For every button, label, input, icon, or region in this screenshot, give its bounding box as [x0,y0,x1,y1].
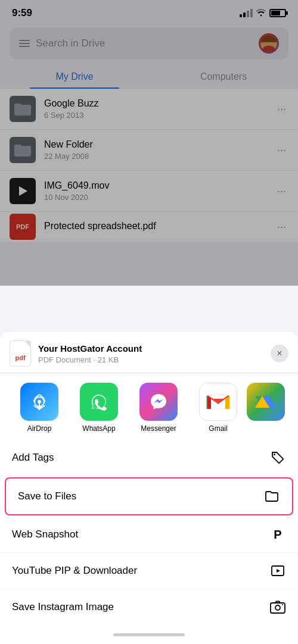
tag-icon [269,449,286,466]
share-close-button[interactable]: × [271,345,288,362]
action-item-save-to-files-wrapper: Save to Files [5,477,293,515]
app-item-messenger[interactable]: Messenger [129,383,188,433]
camera-icon [269,599,286,615]
action-label: Add Tags [12,452,54,464]
share-sheet: pdf Your HostGator Account PDF Document … [0,332,298,644]
whatsapp-icon [80,383,118,421]
action-item-save-instagram[interactable]: Save Instagram Image [0,589,298,625]
share-file-icon: pdf [10,340,31,367]
action-label: YouTube PIP & Downloader [12,565,137,577]
dimmed-overlay [0,0,298,286]
app-item-gmail[interactable]: Gmail [188,383,248,433]
action-label: Save to Files [18,490,76,502]
action-list: Add Tags Save to Files Web Snapsh [0,440,298,625]
messenger-icon [139,383,178,421]
action-label: Save Instagram Image [12,601,114,613]
svg-point-7 [274,454,275,455]
app-item-drive-partial[interactable] [248,383,284,433]
svg-point-10 [275,605,280,610]
play-icon [269,562,286,579]
app-label: Messenger [141,424,176,433]
home-bar [113,633,185,636]
action-item-youtube-pip[interactable]: YouTube PIP & Downloader [0,553,298,589]
folder-icon [263,488,280,505]
share-file-info: Your HostGator Account PDF Document · 21… [38,343,271,364]
svg-point-5 [38,400,41,404]
app-item-whatsapp[interactable]: WhatsApp [69,383,129,433]
action-item-web-snapshot[interactable]: Web Snapshot P [0,517,298,553]
home-indicator [0,625,298,644]
airdrop-icon [20,383,58,421]
share-file-meta: PDF Document · 21 KB [38,355,271,364]
action-item-save-to-files[interactable]: Save to Files [6,479,292,514]
app-label: AirDrop [27,424,52,433]
app-item-airdrop[interactable]: AirDrop [10,383,69,433]
web-snapshot-icon: P [269,526,286,543]
app-label: Gmail [209,424,227,433]
share-file-name: Your HostGator Account [38,343,271,354]
app-row: AirDrop WhatsApp [0,373,298,437]
drive-icon [247,383,285,421]
action-label: Web Snapshot [12,529,78,540]
svg-point-11 [282,604,283,605]
action-item-add-tags[interactable]: Add Tags [0,440,298,476]
app-label: WhatsApp [82,424,115,433]
share-header: pdf Your HostGator Account PDF Document … [0,332,298,373]
gmail-icon [199,383,237,421]
